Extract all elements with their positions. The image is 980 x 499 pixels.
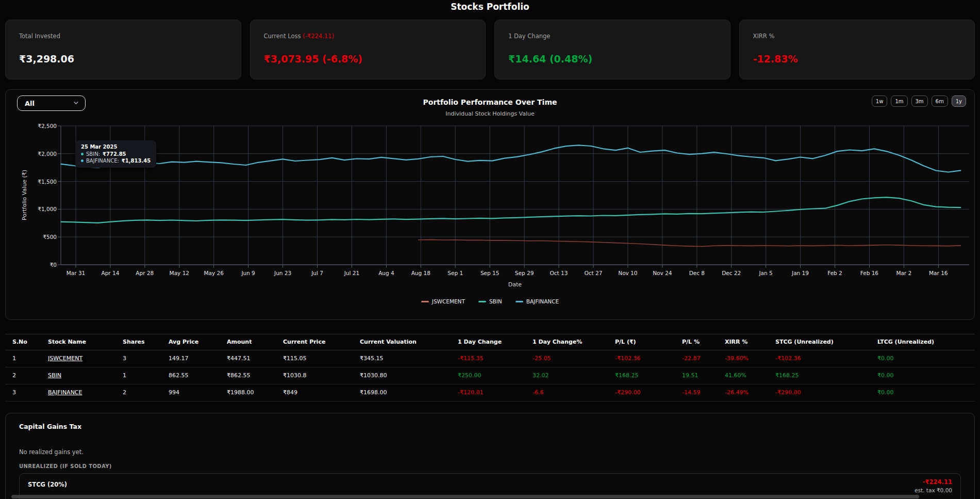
column-header: Amount (227, 334, 283, 350)
stock-link[interactable]: BAJFINANCE (48, 384, 123, 401)
y-axis-tick: ₹0 (15, 262, 57, 268)
chart-subtitle: Individual Stock Holdings Value (6, 110, 974, 117)
column-header: Avg Price (169, 334, 227, 350)
table-cell: 19.51 (682, 367, 725, 384)
x-axis-tick: Oct 27 (577, 270, 609, 276)
stock-link[interactable]: SBIN (48, 367, 123, 384)
column-header: 1 Day Change (458, 334, 533, 350)
legend-item-bajfinance[interactable]: BAJFINANCE (516, 298, 559, 304)
table-cell: -39.60% (725, 350, 775, 367)
column-header: Current Price (283, 334, 360, 350)
table-cell: ₹168.25 (615, 367, 682, 384)
column-header: 1 Day Change% (533, 334, 615, 350)
stat-card-label: Total Invested (19, 33, 241, 40)
table-cell: ₹0.00 (877, 384, 975, 401)
x-axis-tick: Jul 7 (302, 270, 334, 276)
table-cell: -₹290.00 (615, 384, 682, 401)
tooltip-series-dot (81, 153, 84, 155)
x-axis-tick: Aug 18 (405, 270, 437, 276)
x-axis-tick: Jun 23 (267, 270, 299, 276)
table-cell: 32.02 (533, 367, 615, 384)
range-button-3m[interactable]: 3m (911, 95, 928, 107)
stat-card-value: ₹3,298.06 (19, 53, 241, 65)
legend-item-sbin[interactable]: SBIN (478, 298, 502, 304)
table-cell: -₹120.01 (458, 384, 533, 401)
column-header: Stock Name (48, 334, 123, 350)
stat-card-label: XIRR % (753, 33, 975, 40)
table-cell: ₹115.05 (283, 350, 360, 367)
series-line-bajfinance (61, 145, 960, 172)
x-axis-tick: Feb 16 (853, 270, 885, 276)
table-cell: ₹862.55 (227, 367, 283, 384)
stat-card-value: ₹14.64 (0.48%) (508, 53, 730, 65)
table-cell: -14.59 (682, 384, 725, 401)
stat-card: Current Loss (-₹224.11)₹3,073.95 (-6.8%) (250, 20, 486, 79)
chart-tooltip: 25 Mar 2025 SBIN:₹772.85BAJFINANCE:₹1,81… (75, 140, 156, 168)
legend-swatch (478, 301, 486, 302)
table-cell: ₹1988.00 (227, 384, 283, 401)
table-header: S.NoStock NameSharesAvg PriceAmountCurre… (5, 334, 975, 350)
x-axis-tick: Dec 22 (716, 270, 748, 276)
stocks-portfolio-page: Stocks Portfolio Total Invested₹3,298.06… (0, 0, 980, 499)
x-axis-tick: Feb 2 (819, 270, 851, 276)
capital-gains-card: Capital Gains Tax No realized gains yet.… (5, 413, 975, 499)
x-axis-tick: May 26 (198, 270, 230, 276)
table-row: 2SBIN1862.55₹862.55₹1030.8₹1030.80₹250.0… (5, 367, 975, 384)
series-line-jswcement (419, 239, 961, 246)
stock-link[interactable]: JSWCEMENT (48, 350, 123, 367)
range-button-1y[interactable]: 1y (952, 95, 966, 107)
x-axis-tick: Sep 29 (508, 270, 540, 276)
y-axis-label: Portfolio Value (₹) (21, 170, 28, 220)
chart-plot-area[interactable]: Date ₹0₹500₹1,000₹1,500₹2,000₹2,500Mar 3… (61, 126, 969, 265)
range-button-1m[interactable]: 1m (891, 95, 907, 107)
table-cell: 149.17 (169, 350, 227, 367)
x-axis-tick: Dec 8 (681, 270, 713, 276)
table-cell: -6.6 (533, 384, 615, 401)
page-title: Stocks Portfolio (0, 2, 980, 12)
column-header: P/L (₹) (615, 334, 682, 350)
stcg-label: STCG (20%) (28, 481, 67, 488)
stcg-value: -₹224.11 (915, 478, 952, 486)
stat-cards: Total Invested₹3,298.06Current Loss (-₹2… (5, 20, 975, 79)
table-cell: 41.60% (725, 367, 775, 384)
table-cell: -22.87 (682, 350, 725, 367)
table-cell: ₹0.00 (877, 350, 975, 367)
tooltip-row: SBIN:₹772.85 (81, 151, 151, 157)
x-axis-tick: May 12 (163, 270, 195, 276)
table-cell: 1 (5, 350, 48, 367)
stat-card-value: -12.83% (753, 53, 975, 65)
table-cell: 3 (5, 384, 48, 401)
x-axis-tick: Jan 5 (750, 270, 782, 276)
column-header: Shares (123, 334, 169, 350)
tooltip-date: 25 Mar 2025 (81, 144, 151, 150)
x-axis-tick: Mar 16 (922, 270, 954, 276)
table-row: 3BAJFINANCE2994₹1988.00₹849₹1698.00-₹120… (5, 384, 975, 401)
y-axis-tick: ₹2,500 (15, 123, 57, 129)
table-cell: -₹290.00 (775, 384, 877, 401)
table-cell: 1 (123, 367, 169, 384)
tooltip-row: BAJFINANCE:₹1,813.45 (81, 158, 151, 164)
table-cell: 3 (123, 350, 169, 367)
chart-title: Portfolio Performance Over Time (6, 98, 974, 106)
x-axis-tick: Jun 9 (232, 270, 264, 276)
y-axis-tick: ₹2,000 (15, 151, 57, 157)
tooltip-series-label: BAJFINANCE: (86, 158, 119, 164)
stat-card-value: ₹3,073.95 (-6.8%) (264, 53, 486, 65)
x-axis-tick: Jul 21 (336, 270, 368, 276)
table-cell: -₹102.36 (775, 350, 877, 367)
series-line-sbin (61, 197, 960, 223)
table-cell: ₹0.00 (877, 367, 975, 384)
range-button-1w[interactable]: 1w (872, 95, 888, 107)
column-header: XIRR % (725, 334, 775, 350)
horizontal-scrollbar[interactable] (11, 495, 919, 498)
portfolio-chart-card: All Portfolio Performance Over Time Indi… (5, 89, 975, 320)
table-cell: -₹102.36 (615, 350, 682, 367)
legend-label: SBIN (489, 298, 502, 304)
x-axis-tick: Apr 14 (94, 270, 126, 276)
x-axis-tick: Apr 28 (129, 270, 161, 276)
range-button-6m[interactable]: 6m (932, 95, 948, 107)
table-header-row: S.NoStock NameSharesAvg PriceAmountCurre… (5, 334, 975, 350)
x-axis-tick: Sep 1 (439, 270, 471, 276)
table-cell: 994 (169, 384, 227, 401)
legend-item-jswcement[interactable]: JSWCEMENT (421, 298, 465, 304)
